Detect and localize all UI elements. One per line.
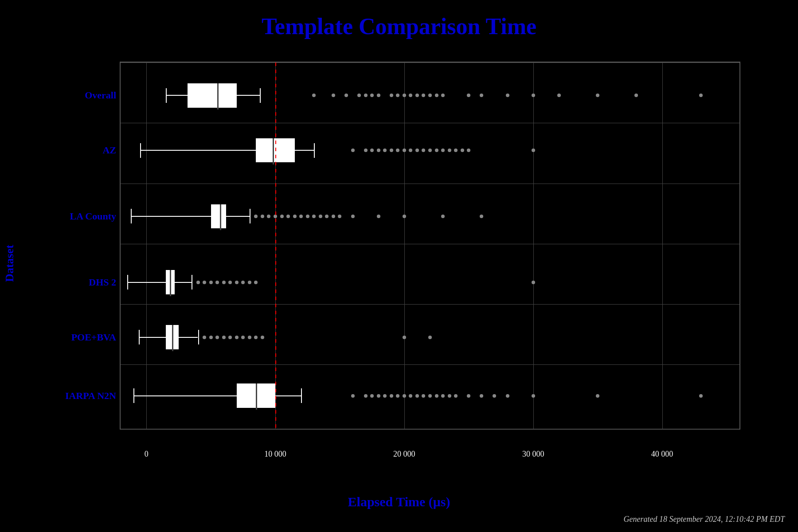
outlier-dot: [351, 394, 355, 398]
outlier-dot: [344, 94, 348, 97]
outlier-dot: [699, 94, 703, 97]
whisker-cap-right: [260, 88, 261, 103]
outlier-dot: [377, 215, 380, 218]
outlier-dot: [357, 94, 361, 97]
outlier-dot: [235, 281, 239, 284]
outlier-dot: [325, 215, 329, 218]
grid-line-h: [121, 184, 739, 184]
dataset-label: IARPA N2N: [65, 390, 116, 402]
box-plot-box: [188, 83, 237, 108]
outlier-dot: [254, 215, 258, 218]
outlier-dot: [261, 336, 264, 339]
grid-line-h: [121, 63, 739, 63]
outlier-dot: [261, 215, 264, 218]
outlier-dot: [377, 94, 380, 97]
outlier-dot: [364, 394, 368, 398]
median-line: [220, 204, 221, 231]
outlier-dot: [428, 94, 432, 97]
outlier-dot: [428, 149, 432, 152]
outlier-dot: [415, 94, 419, 97]
outlier-dot: [467, 394, 470, 398]
outlier-dot: [532, 149, 535, 152]
outlier-dot: [312, 215, 316, 218]
grid-line-h: [121, 429, 739, 429]
outlier-dot: [441, 149, 445, 152]
outlier-dot: [428, 394, 432, 398]
outlier-dot: [370, 149, 374, 152]
outlier-dot: [209, 336, 213, 339]
grid-line-h: [121, 123, 739, 123]
outlier-dot: [409, 94, 412, 97]
outlier-dot: [448, 394, 451, 398]
grid-line-v: [146, 63, 147, 429]
outlier-dot: [332, 94, 335, 97]
grid-line-h: [121, 244, 739, 244]
x-tick-label: 0: [145, 450, 149, 459]
outlier-dot: [280, 215, 284, 218]
outlier-dot: [699, 394, 703, 398]
dataset-label: Overall: [85, 90, 116, 101]
outlier-dot: [222, 336, 226, 339]
dataset-label: LA County: [70, 211, 116, 222]
grid-line-v: [533, 63, 534, 429]
plot-region: 010 00020 00030 00040 000OverallAZLA Cou…: [120, 62, 740, 430]
whisker-cap-left: [166, 88, 167, 103]
outlier-dot: [235, 336, 239, 339]
outlier-dot: [435, 394, 438, 398]
outlier-dot: [454, 149, 458, 152]
outlier-dot: [532, 394, 535, 398]
whisker-cap-right: [198, 330, 199, 344]
outlier-dot: [228, 281, 232, 284]
outlier-dot: [557, 94, 561, 97]
outlier-dot: [441, 394, 445, 398]
whisker-cap-left: [127, 275, 128, 289]
outlier-dot: [396, 394, 399, 398]
outlier-dot: [422, 394, 425, 398]
outlier-dot: [596, 394, 599, 398]
outlier-dot: [286, 215, 290, 218]
outlier-dot: [254, 281, 258, 284]
outlier-dot: [634, 94, 638, 97]
grid-line-v: [662, 63, 663, 429]
whisker-line: [131, 216, 250, 217]
outlier-dot: [293, 215, 297, 218]
grid-line-h: [121, 304, 739, 305]
y-axis-title: Dataset: [3, 245, 16, 282]
x-tick-label: 40 000: [651, 450, 673, 459]
median-line: [273, 138, 274, 164]
whisker-cap-left: [133, 388, 134, 403]
outlier-dot: [377, 149, 380, 152]
outlier-dot: [383, 149, 387, 152]
dataset-label: AZ: [102, 145, 116, 156]
outlier-dot: [203, 281, 206, 284]
outlier-dot: [241, 281, 245, 284]
outlier-dot: [428, 336, 432, 339]
outlier-dot: [448, 149, 451, 152]
outlier-dot: [467, 149, 470, 152]
outlier-dot: [370, 394, 374, 398]
outlier-dot: [228, 336, 232, 339]
outlier-dot: [532, 94, 535, 97]
outlier-dot: [248, 281, 251, 284]
outlier-dot: [435, 94, 438, 97]
outlier-dot: [454, 394, 458, 398]
whisker-cap-right: [301, 388, 302, 403]
outlier-dot: [351, 215, 355, 218]
median-line: [172, 325, 173, 351]
whisker-cap-left: [139, 330, 140, 344]
x-tick-label: 20 000: [393, 450, 415, 459]
outlier-dot: [403, 94, 406, 97]
outlier-dot: [409, 394, 412, 398]
outlier-dot: [415, 149, 419, 152]
outlier-dot: [306, 215, 309, 218]
outlier-dot: [351, 149, 355, 152]
outlier-dot: [383, 394, 387, 398]
outlier-dot: [422, 149, 425, 152]
outlier-dot: [441, 215, 445, 218]
outlier-dot: [403, 149, 406, 152]
outlier-dot: [396, 94, 399, 97]
outlier-dot: [254, 336, 258, 339]
outlier-dot: [390, 149, 393, 152]
whisker-cap-right: [314, 143, 315, 158]
outlier-dot: [215, 281, 219, 284]
